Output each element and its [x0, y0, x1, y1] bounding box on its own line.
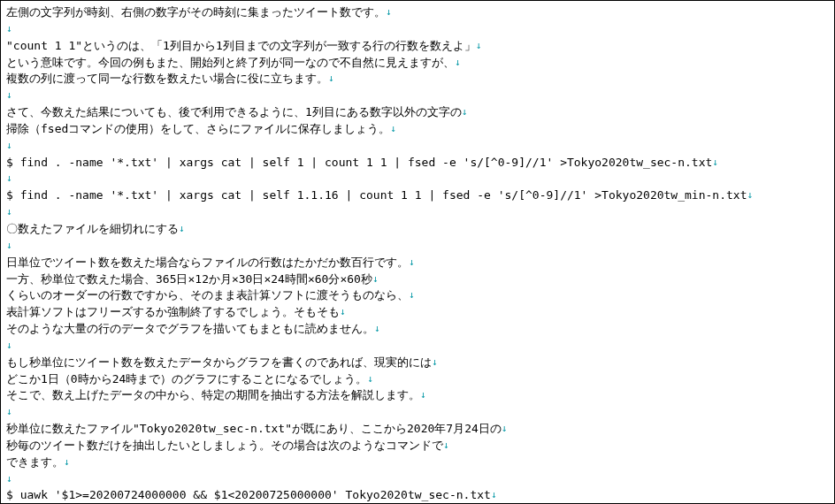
- line-break-icon: ↓: [64, 456, 70, 468]
- line-break-icon: ↓: [443, 439, 449, 451]
- editor-line: "count 1 1"というのは、「1列目から1列目までの文字列が一致する行の行…: [6, 38, 829, 55]
- line-break-icon: ↓: [712, 157, 718, 168]
- line-break-icon: ↓: [747, 189, 753, 201]
- line-break-icon: ↓: [432, 356, 438, 368]
- line-text: $ find . -name '*.txt' | xargs cat | sel…: [6, 156, 712, 169]
- editor-line: 掃除（fsedコマンドの使用）をして、さらにファイルに保存しましょう。↓: [6, 121, 829, 138]
- line-break-icon: ↓: [6, 89, 12, 101]
- line-text: 表計算ソフトはフリーズするか強制終了するでしょう。そもそも: [6, 305, 340, 318]
- line-text: 秒毎のツイート数だけを抽出したいとしましょう。その場合は次のようなコマンドで: [6, 439, 443, 452]
- editor-line: $ find . -name '*.txt' | xargs cat | sel…: [6, 155, 829, 172]
- editor-line: という意味です。今回の例もまた、開始列と終了列が同一なので不自然に見えますが、↓: [6, 55, 829, 72]
- line-text: $ uawk '$1>=20200724000000 && $1<2020072…: [6, 488, 491, 501]
- line-break-icon: ↓: [6, 406, 12, 417]
- line-text: という意味です。今回の例もまた、開始列と終了列が同一なので不自然に見えますが、: [6, 56, 455, 69]
- line-break-icon: ↓: [6, 172, 12, 184]
- line-break-icon: ↓: [476, 40, 482, 51]
- line-break-icon: ↓: [409, 256, 415, 268]
- line-text: どこか1日（0時から24時まで）のグラフにすることになるでしょう。: [6, 372, 367, 386]
- editor-line: 〇数えたファイルを細切れにする↓: [6, 221, 829, 238]
- editor-line: どこか1日（0時から24時まで）のグラフにすることになるでしょう。↓: [6, 371, 829, 388]
- line-break-icon: ↓: [6, 140, 12, 151]
- line-break-icon: ↓: [6, 340, 12, 351]
- line-text: 一方、秒単位で数えた場合、365日×12か月×30日×24時間×60分×60秒: [6, 272, 372, 286]
- line-text: そこで、数え上げたデータの中から、特定の期間を抽出する方法を解説します。: [6, 388, 420, 401]
- line-break-icon: ↓: [462, 106, 468, 118]
- editor-line: 一方、秒単位で数えた場合、365日×12か月×30日×24時間×60分×60秒↓: [6, 271, 829, 288]
- editor-line: ↓: [6, 171, 829, 187]
- editor-line: 左側の文字列が時刻、右側の数字がその時刻に集まったツイート数です。↓: [6, 4, 829, 21]
- line-text: 〇数えたファイルを細切れにする: [6, 222, 179, 235]
- editor-line: 日単位でツイート数を数えた場合ならファイルの行数はたかだか数百行です。↓: [6, 255, 829, 271]
- editor-line: 複数の列に渡って同一な行数を数えたい場合に役に立ちます。↓: [6, 71, 829, 88]
- line-break-icon: ↓: [502, 423, 508, 434]
- line-text: くらいのオーダーの行数ですから、そのまま表計算ソフトに渡そうものなら、: [6, 288, 409, 302]
- editor-line: 表計算ソフトはフリーズするか強制終了するでしょう。そもそも↓: [6, 304, 829, 321]
- line-text: 複数の列に渡って同一な行数を数えたい場合に役に立ちます。: [6, 72, 328, 85]
- editor-line: もし秒単位にツイート数を数えたデータからグラフを書くのであれば、現実的には↓: [6, 355, 829, 371]
- editor-line: ↓: [6, 404, 829, 421]
- editor-line: ↓: [6, 21, 829, 38]
- line-break-icon: ↓: [367, 373, 373, 385]
- text-editor-content: 左側の文字列が時刻、右側の数字がその時刻に集まったツイート数です。↓↓"coun…: [0, 0, 835, 504]
- line-break-icon: ↓: [6, 240, 12, 251]
- editor-line: ↓: [6, 88, 829, 104]
- line-text: さて、今数えた結果についても、後で利用できるように、1列目にある数字以外の文字の: [6, 105, 462, 118]
- line-text: 日単位でツイート数を数えた場合ならファイルの行数はたかだか数百行です。: [6, 256, 409, 269]
- line-break-icon: ↓: [409, 289, 415, 301]
- editor-line: ↓: [6, 238, 829, 255]
- line-text: 秒単位に数えたファイル"Tokyo2020tw_sec-n.txt"が既にあり、…: [6, 422, 502, 435]
- line-break-icon: ↓: [179, 223, 185, 234]
- line-break-icon: ↓: [455, 57, 461, 68]
- line-text: "count 1 1"というのは、「1列目から1列目までの文字列が一致する行の行…: [6, 39, 476, 52]
- editor-line: ↓: [6, 471, 829, 488]
- line-break-icon: ↓: [6, 206, 12, 218]
- line-break-icon: ↓: [390, 123, 396, 134]
- editor-line: そこで、数え上げたデータの中から、特定の期間を抽出する方法を解説します。↓: [6, 387, 829, 404]
- editor-line: 秒毎のツイート数だけを抽出したいとしましょう。その場合は次のようなコマンドで↓: [6, 438, 829, 454]
- line-break-icon: ↓: [491, 489, 497, 500]
- editor-line: $ uawk '$1>=20200724000000 && $1<2020072…: [6, 487, 829, 504]
- line-text: 掃除（fsedコマンドの使用）をして、さらにファイルに保存しましょう。: [6, 122, 390, 135]
- line-break-icon: ↓: [374, 323, 380, 334]
- line-break-icon: ↓: [420, 389, 426, 401]
- line-text: もし秒単位にツイート数を数えたデータからグラフを書くのであれば、現実的には: [6, 355, 432, 369]
- line-text: できます。: [6, 455, 64, 469]
- editor-line: そのような大量の行のデータでグラフを描いてもまともに読めません。↓: [6, 321, 829, 338]
- line-break-icon: ↓: [386, 6, 392, 18]
- editor-line: ↓: [6, 204, 829, 221]
- line-text: そのような大量の行のデータでグラフを描いてもまともに読めません。: [6, 322, 374, 335]
- editor-line: ↓: [6, 138, 829, 155]
- editor-line: 秒単位に数えたファイル"Tokyo2020tw_sec-n.txt"が既にあり、…: [6, 421, 829, 438]
- line-break-icon: ↓: [328, 73, 334, 84]
- editor-line: くらいのオーダーの行数ですから、そのまま表計算ソフトに渡そうものなら、↓: [6, 287, 829, 304]
- editor-line: できます。↓: [6, 454, 829, 471]
- editor-line: ↓: [6, 338, 829, 355]
- line-break-icon: ↓: [6, 23, 12, 34]
- line-text: $ find . -name '*.txt' | xargs cat | sel…: [6, 188, 747, 202]
- line-break-icon: ↓: [6, 473, 12, 485]
- line-text: 左側の文字列が時刻、右側の数字がその時刻に集まったツイート数です。: [6, 5, 386, 19]
- line-break-icon: ↓: [372, 273, 379, 285]
- editor-line: $ find . -name '*.txt' | xargs cat | sel…: [6, 187, 829, 204]
- editor-line: さて、今数えた結果についても、後で利用できるように、1列目にある数字以外の文字の…: [6, 104, 829, 121]
- line-break-icon: ↓: [340, 306, 346, 317]
